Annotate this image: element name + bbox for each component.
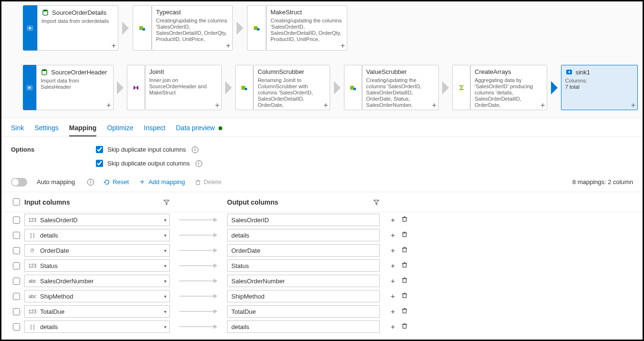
delete-row-button[interactable]: [401, 307, 408, 316]
tab-data-preview[interactable]: Data preview: [176, 124, 223, 136]
input-column-select[interactable]: [ ]details▾: [24, 320, 170, 333]
delete-row-button[interactable]: [401, 216, 408, 225]
input-column-name: SalesOrderID: [40, 217, 161, 224]
add-step-icon[interactable]: +: [106, 102, 111, 109]
skip-dup-input-checkbox[interactable]: Skip duplicate input columns i: [94, 145, 198, 155]
skip-dup-input-check[interactable]: [96, 146, 103, 153]
output-column-input[interactable]: TotalDue: [227, 305, 380, 318]
row-checkbox[interactable]: [13, 278, 20, 285]
info-icon[interactable]: i: [87, 179, 94, 186]
input-column-select[interactable]: 123Status▾: [24, 259, 170, 272]
delete-row-button[interactable]: [401, 246, 408, 255]
step-icon-box[interactable]: [344, 65, 362, 110]
flow-node-sourceorderdetails[interactable]: SourceOrderDetailsImport data from order…: [37, 5, 118, 51]
input-column-select[interactable]: abcShipMethod▾: [24, 290, 170, 302]
add-row-button[interactable]: ＋: [389, 261, 396, 270]
flow-node-makestruct[interactable]: MakeStructCreating/updating the columns …: [266, 5, 347, 51]
mapping-row: abcShipMethod▾ShipMethod＋: [1, 289, 643, 304]
info-icon[interactable]: i: [196, 160, 202, 167]
row-checkbox[interactable]: [13, 308, 20, 315]
row-checkbox[interactable]: [13, 262, 20, 269]
row-checkbox[interactable]: [13, 217, 20, 224]
add-row-button[interactable]: ＋: [389, 216, 396, 225]
step-icon-box[interactable]: [127, 65, 145, 110]
flow-node-sink1[interactable]: sink1Columns:7 total+: [561, 65, 638, 110]
add-row-button[interactable]: ＋: [389, 277, 396, 286]
output-column-input[interactable]: ShipMethod: [227, 290, 380, 302]
source-badge[interactable]: [23, 5, 37, 51]
input-column-select[interactable]: 123TotalDue▾: [24, 305, 170, 318]
output-column-input[interactable]: details: [227, 229, 380, 241]
flow-arrow: [439, 65, 452, 110]
tab-settings[interactable]: Settings: [34, 124, 59, 136]
reset-button[interactable]: Reset: [104, 178, 129, 186]
source-badge[interactable]: [23, 65, 36, 110]
flow-arrow: [114, 65, 127, 110]
filter-icon[interactable]: [373, 199, 380, 206]
flow-node-joinit[interactable]: JoinItInner join on SourceOrderHeader an…: [145, 65, 222, 110]
add-step-icon[interactable]: +: [112, 42, 116, 49]
skip-dup-output-check[interactable]: [96, 160, 103, 167]
tab-inspect[interactable]: Inspect: [144, 124, 166, 136]
add-row-button[interactable]: ＋: [389, 307, 396, 316]
step-icon-box[interactable]: [133, 5, 152, 51]
output-column-input[interactable]: Status: [227, 259, 380, 272]
input-column-select[interactable]: [ ]details▾: [24, 229, 170, 241]
step-icon-box[interactable]: [235, 65, 253, 110]
select-all-checkbox[interactable]: [13, 198, 20, 206]
delete-row-button[interactable]: [401, 231, 408, 240]
input-columns-header: Input columns: [24, 198, 70, 206]
input-column-select[interactable]: abcSalesOrderNumber▾: [24, 275, 170, 287]
flow-node-valuescrubber[interactable]: ValueScrubberCreating/updating the colum…: [362, 65, 439, 110]
row-checkbox[interactable]: [13, 293, 20, 300]
chevron-down-icon: ▾: [164, 324, 166, 330]
flow-canvas[interactable]: SourceOrderDetailsImport data from order…: [1, 1, 643, 118]
add-step-icon[interactable]: +: [215, 102, 219, 109]
auto-mapping-toggle[interactable]: [11, 178, 27, 186]
add-step-icon[interactable]: +: [341, 42, 345, 49]
add-step-icon[interactable]: +: [323, 102, 328, 109]
filter-icon[interactable]: [163, 199, 170, 206]
add-step-icon[interactable]: +: [226, 42, 230, 49]
row-checkbox[interactable]: [13, 247, 20, 254]
reset-label: Reset: [113, 178, 129, 186]
delete-button[interactable]: Delete: [195, 178, 222, 186]
add-row-button[interactable]: ＋: [389, 322, 396, 331]
add-row-button[interactable]: ＋: [389, 231, 396, 240]
input-column-select[interactable]: ⏱OrderDate▾: [24, 244, 170, 257]
flow-node-createarrays[interactable]: CreateArraysAggregating data by 'SalesOr…: [470, 65, 547, 110]
row-checkbox[interactable]: [13, 323, 20, 331]
add-step-icon[interactable]: +: [432, 102, 436, 109]
flow-node-typecast[interactable]: TypecastCreating/updating the columns 'S…: [152, 5, 233, 51]
delete-row-button[interactable]: [401, 292, 408, 301]
svg-rect-21: [403, 263, 406, 267]
output-columns-header: Output columns: [227, 198, 278, 206]
flow-node-sourceorderheader[interactable]: SourceOrderHeaderImport data from SalesH…: [36, 65, 113, 110]
info-icon[interactable]: i: [192, 146, 198, 153]
add-row-button[interactable]: ＋: [389, 292, 396, 301]
node-desc: Aggregating data by 'SalesOrderID' produ…: [475, 77, 543, 108]
add-mapping-button[interactable]: ＋ Add mapping: [138, 177, 185, 187]
tab-optimize[interactable]: Optimize: [107, 124, 133, 136]
row-checkbox[interactable]: [13, 232, 20, 239]
flow-node-columnscrubber[interactable]: ColumnScrubberRenaming JoinIt to ColumnS…: [253, 65, 330, 110]
mapping-arrow-icon: [175, 324, 222, 330]
add-step-icon[interactable]: +: [540, 102, 545, 109]
skip-dup-output-checkbox[interactable]: Skip duplicate output columns i: [94, 158, 202, 168]
output-column-input[interactable]: SalesOrderNumber: [227, 275, 380, 287]
output-column-input[interactable]: SalesOrderID: [227, 214, 380, 226]
tab-sink[interactable]: Sink: [11, 124, 24, 136]
output-column-input[interactable]: OrderDate: [227, 244, 380, 257]
input-column-select[interactable]: 123SalesOrderID▾: [24, 214, 170, 226]
add-row-button[interactable]: ＋: [389, 246, 396, 255]
reset-icon: [104, 179, 110, 186]
delete-row-button[interactable]: [401, 261, 408, 270]
output-column-input[interactable]: details: [227, 320, 380, 333]
delete-row-button[interactable]: [401, 277, 408, 286]
add-step-icon[interactable]: +: [631, 102, 635, 109]
tab-data-preview-label: Data preview: [176, 124, 215, 132]
step-icon-box[interactable]: [452, 65, 470, 110]
delete-row-button[interactable]: [401, 322, 408, 331]
step-icon-box[interactable]: [247, 5, 266, 51]
tab-mapping[interactable]: Mapping: [69, 124, 97, 136]
